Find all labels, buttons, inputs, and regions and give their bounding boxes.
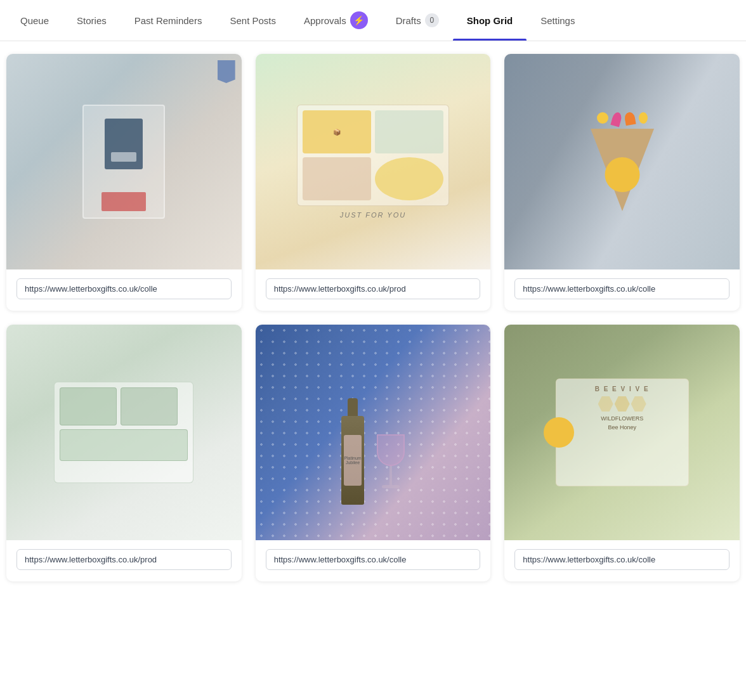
shop-grid-main: 📦 JUST FOR YOU — [0, 41, 746, 594]
grid-item-2-url-container — [256, 269, 491, 311]
nav-label-stories: Stories — [77, 15, 107, 26]
grid-item-5-url-container — [256, 540, 491, 581]
nav-label-settings: Settings — [540, 15, 575, 26]
navigation-bar: Queue Stories Past Reminders Sent Posts … — [0, 0, 746, 41]
nav-item-queue[interactable]: Queue — [6, 0, 63, 41]
grid-item-6: B E E V I V E WILDFLOWERS Bee Honey — [504, 325, 740, 581]
nav-item-drafts[interactable]: Drafts 0 — [382, 0, 453, 41]
grid-item-5: PlatinumJubilee — [256, 325, 491, 581]
product-image-5: PlatinumJubilee — [256, 325, 491, 540]
product-image-1 — [6, 54, 242, 269]
product-image-6: B E E V I V E WILDFLOWERS Bee Honey — [504, 325, 740, 540]
grid-item-3-url-container — [504, 269, 740, 311]
url-input-4[interactable] — [16, 549, 232, 570]
image-overlay-2: 📦 JUST FOR YOU — [256, 54, 491, 269]
url-input-2[interactable] — [266, 278, 481, 299]
url-input-6[interactable] — [514, 549, 730, 570]
nav-item-sent-posts[interactable]: Sent Posts — [216, 0, 290, 41]
product-image-3 — [504, 54, 740, 269]
drafts-count-badge: 0 — [425, 13, 439, 27]
nav-label-shop-grid: Shop Grid — [467, 15, 513, 26]
nav-label-queue: Queue — [20, 15, 49, 26]
nav-label-drafts: Drafts — [396, 15, 421, 26]
nav-item-settings[interactable]: Settings — [527, 0, 589, 41]
grid-item-4 — [6, 325, 242, 581]
grid-item-1-url-container — [6, 269, 242, 311]
grid-item-3 — [504, 54, 740, 311]
image-overlay-4 — [6, 325, 242, 540]
image-overlay-3 — [504, 54, 740, 269]
image-overlay-1 — [6, 54, 242, 269]
grid-item-2: 📦 JUST FOR YOU — [256, 54, 491, 311]
approvals-lightning-badge: ⚡ — [350, 11, 368, 29]
image-overlay-5: PlatinumJubilee — [256, 325, 491, 540]
nav-item-approvals[interactable]: Approvals ⚡ — [290, 0, 382, 41]
grid-item-1 — [6, 54, 242, 311]
image-overlay-6: B E E V I V E WILDFLOWERS Bee Honey — [504, 325, 740, 540]
nav-item-past-reminders[interactable]: Past Reminders — [121, 0, 216, 41]
nav-label-past-reminders: Past Reminders — [134, 15, 202, 26]
product-image-4 — [6, 325, 242, 540]
url-input-5[interactable] — [266, 549, 481, 570]
url-input-3[interactable] — [514, 278, 730, 299]
nav-item-stories[interactable]: Stories — [63, 0, 121, 41]
grid-item-4-url-container — [6, 540, 242, 581]
grid-item-6-url-container — [504, 540, 740, 581]
nav-label-sent-posts: Sent Posts — [230, 15, 276, 26]
url-input-1[interactable] — [16, 278, 232, 299]
nav-item-shop-grid[interactable]: Shop Grid — [453, 0, 527, 41]
product-image-2: 📦 JUST FOR YOU — [256, 54, 491, 269]
nav-label-approvals: Approvals — [304, 15, 346, 26]
